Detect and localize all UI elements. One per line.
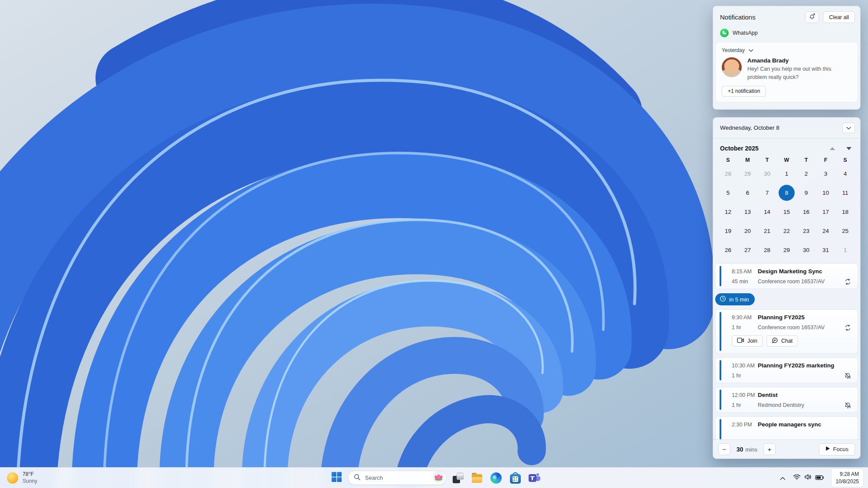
- month-previous-icon[interactable]: [830, 147, 835, 150]
- event-duration: 45 min: [732, 278, 758, 285]
- event-duration: 1 hr: [732, 373, 758, 379]
- calendar-day[interactable]: 10: [816, 183, 835, 202]
- calendar-day[interactable]: 19: [718, 221, 738, 240]
- calendar-day[interactable]: 12: [718, 202, 738, 221]
- calendar-day[interactable]: 18: [835, 202, 855, 221]
- calendar-month-bar: October 2025: [713, 138, 860, 153]
- calendar-day[interactable]: 30: [757, 164, 777, 183]
- agenda-event-card[interactable]: 8:15 AMDesign Marketing Sync45 minConfer…: [715, 263, 858, 289]
- calendar-day[interactable]: 21: [757, 221, 777, 240]
- weekday-label: S: [718, 157, 738, 163]
- more-notifications-button[interactable]: +1 notification: [722, 86, 766, 97]
- weekday-label: T: [757, 157, 777, 163]
- calendar-day[interactable]: 22: [777, 221, 796, 240]
- calendar-day[interactable]: 4: [835, 164, 855, 183]
- agenda-event-card[interactable]: 12:00 PMDentist1 hrRedmond Dentistry: [715, 387, 858, 413]
- weather-widget[interactable]: 78°F Sunny: [7, 468, 37, 488]
- weekday-label: S: [835, 157, 855, 163]
- calendar-panel: Wednesday, October 8 October 2025 SMTWTF…: [713, 117, 861, 459]
- calendar-day[interactable]: 29: [738, 164, 757, 183]
- notification-card[interactable]: Yesterday Amanda Brady Hey! Can you help…: [715, 42, 858, 102]
- notification-group-row[interactable]: Yesterday: [722, 47, 852, 53]
- muted-bell-icon: [844, 372, 852, 380]
- calendar-day[interactable]: 31: [816, 240, 835, 259]
- calendar-day[interactable]: 27: [738, 240, 757, 259]
- notification-app-row[interactable]: WhatsApp: [713, 23, 860, 37]
- decrease-minutes-button[interactable]: −: [718, 443, 730, 455]
- microsoft-store-button[interactable]: [507, 470, 523, 486]
- calendar-day[interactable]: 1: [835, 240, 855, 259]
- chat-button[interactable]: Chat: [766, 335, 798, 347]
- event-location: Conference room 16537/AV: [758, 278, 844, 285]
- clock-tray-button[interactable]: 9:28 AM 10/8/2025: [831, 468, 864, 487]
- calendar-day[interactable]: 5: [718, 183, 738, 202]
- hidden-icons-button[interactable]: [777, 471, 789, 485]
- notifications-panel: Notifications Clear all WhatsApp Yesterd…: [713, 6, 861, 110]
- edge-browser-button[interactable]: [488, 470, 504, 486]
- calendar-day[interactable]: 7: [757, 183, 777, 202]
- event-accent-bar: [720, 266, 721, 286]
- calendar-day[interactable]: 29: [777, 240, 796, 259]
- event-accent-bar: [720, 390, 721, 410]
- calendar-date-header: Wednesday, October 8: [720, 124, 842, 131]
- calendar-day[interactable]: 1: [777, 164, 796, 183]
- event-title: Design Marketing Sync: [758, 268, 822, 275]
- calendar-day[interactable]: 24: [816, 221, 835, 240]
- recurrence-icon: [844, 324, 852, 331]
- event-accent-bar: [720, 419, 721, 439]
- calendar-day[interactable]: 28: [718, 164, 738, 183]
- agenda-event-card[interactable]: 9:30 AMPlanning FY20251 hrConference roo…: [715, 309, 858, 354]
- search-input[interactable]: Search: [348, 471, 447, 485]
- calendar-day[interactable]: 6: [738, 183, 757, 202]
- calendar-day[interactable]: 26: [718, 240, 738, 259]
- event-duration: 1 hr: [732, 402, 758, 408]
- agenda-event-card[interactable]: 10:30 AMPlanning FY2025 marketing1 hr: [715, 357, 858, 383]
- event-time: 12:00 PM: [732, 392, 758, 398]
- start-button[interactable]: [329, 470, 344, 486]
- notification-app-name: WhatsApp: [733, 30, 758, 36]
- calendar-day[interactable]: 2: [796, 164, 816, 183]
- calendar-day-selected[interactable]: 8: [777, 183, 796, 202]
- calendar-day[interactable]: 25: [835, 221, 855, 240]
- calendar-grid: 2829301234567891011121314151617181920212…: [713, 164, 860, 259]
- focus-start-button[interactable]: Focus: [819, 443, 855, 455]
- teams-button[interactable]: [526, 470, 542, 486]
- calendar-day[interactable]: 30: [796, 240, 816, 259]
- event-time: 8:15 AM: [732, 269, 758, 275]
- quick-settings-button[interactable]: [790, 471, 827, 485]
- notifications-title: Notifications: [720, 13, 805, 21]
- calendar-day[interactable]: 15: [777, 202, 796, 221]
- event-accent-bar: [720, 360, 721, 380]
- weekday-label: M: [738, 157, 757, 163]
- task-view-icon: [453, 473, 464, 483]
- event-title: Planning FY2025: [758, 314, 805, 321]
- notification-settings-button[interactable]: [805, 11, 819, 23]
- calendar-day[interactable]: 13: [738, 202, 757, 221]
- join-label: Join: [747, 338, 757, 344]
- month-next-icon[interactable]: [846, 147, 852, 150]
- increase-minutes-button[interactable]: +: [763, 443, 776, 455]
- calendar-month-title: October 2025: [720, 145, 830, 152]
- calendar-day[interactable]: 11: [835, 183, 855, 202]
- calendar-day[interactable]: 16: [796, 202, 816, 221]
- event-time: 2:30 PM: [732, 422, 758, 428]
- agenda-event-card[interactable]: 2:30 PMPeople managers sync: [715, 416, 858, 442]
- recurrence-icon: [844, 278, 852, 285]
- task-view-button[interactable]: [450, 470, 466, 486]
- calendar-day[interactable]: 3: [816, 164, 835, 183]
- file-explorer-button[interactable]: [469, 470, 485, 486]
- chat-icon: [772, 337, 778, 345]
- calendar-day[interactable]: 9: [796, 183, 816, 202]
- search-highlight-flower-icon[interactable]: [433, 471, 444, 485]
- calendar-day[interactable]: 28: [757, 240, 777, 259]
- calendar-day[interactable]: 20: [738, 221, 757, 240]
- event-location: Conference room 16537/AV: [758, 324, 844, 331]
- calendar-collapse-button[interactable]: [842, 123, 855, 133]
- calendar-day[interactable]: 14: [757, 202, 777, 221]
- calendar-day[interactable]: 17: [816, 202, 835, 221]
- calendar-day[interactable]: 23: [796, 221, 816, 240]
- clear-all-button[interactable]: Clear all: [823, 11, 855, 23]
- search-placeholder: Search: [365, 475, 428, 481]
- join-button[interactable]: Join: [732, 335, 763, 347]
- notifications-header: Notifications Clear all: [713, 6, 860, 23]
